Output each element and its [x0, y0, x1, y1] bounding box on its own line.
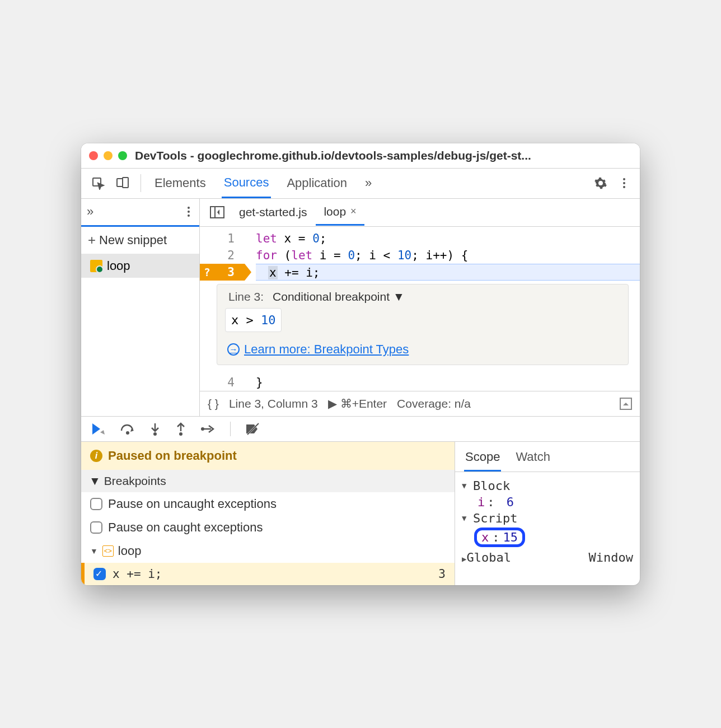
cursor-position: Line 3, Column 3	[229, 397, 318, 410]
breakpoint-file-name: loop	[118, 544, 142, 558]
breakpoints-section-header[interactable]: ▼ Breakpoints	[81, 470, 455, 492]
scope-panel: Scope Watch ▼Block i: 6 ▼Script x:15 ▶Gl…	[455, 442, 640, 585]
file-tab-loop[interactable]: loop ×	[316, 199, 364, 226]
settings-icon[interactable]	[588, 173, 613, 193]
navigator-panel: » + New snippet loop	[81, 199, 200, 416]
scope-global-row[interactable]: ▶Global Window	[462, 548, 633, 567]
debug-panels: i Paused on breakpoint ▼ Breakpoints Pau…	[81, 442, 640, 585]
pause-caught-label: Pause on caught exceptions	[108, 520, 263, 535]
learn-more-text: Learn more: Breakpoint Types	[244, 342, 409, 357]
svg-point-7	[188, 211, 190, 213]
pretty-print-button[interactable]: { }	[208, 397, 219, 410]
svg-point-14	[179, 432, 182, 436]
checkbox-checked[interactable]	[93, 568, 106, 580]
paused-message: Paused on breakpoint	[108, 449, 237, 463]
code-editor-continued: 4 }	[200, 371, 640, 391]
coverage-label: Coverage: n/a	[397, 397, 471, 410]
editor-panel: get-started.js loop × 1 2 ? 3 let x	[200, 199, 640, 416]
snippet-item-loop[interactable]: loop	[81, 254, 199, 278]
code-line: for (let i = 0; i < 10; i++) {	[256, 247, 640, 264]
svg-point-13	[153, 432, 157, 436]
tab-sources[interactable]: Sources	[222, 169, 271, 198]
step-over-button[interactable]	[118, 422, 137, 436]
panel-tabs: Elements Sources Application »	[152, 169, 588, 198]
file-tab-get-started[interactable]: get-started.js	[231, 200, 315, 225]
run-snippet-button[interactable]: ▶ ⌘+Enter	[328, 397, 387, 410]
checkbox-unchecked[interactable]	[90, 521, 102, 534]
main-toolbar: Elements Sources Application »	[81, 169, 640, 199]
line-number[interactable]: 1	[200, 230, 245, 247]
svg-rect-2	[123, 178, 128, 188]
resume-button[interactable]	[89, 421, 108, 437]
separator	[141, 174, 141, 192]
code-editor[interactable]: 1 2 ? 3 let x = 0; for (let i = 0; i < 1…	[200, 227, 640, 281]
breakpoint-line-number: 3	[438, 567, 446, 581]
condition-row: x > 10	[225, 308, 620, 342]
scope-script-header[interactable]: ▼Script	[462, 510, 633, 526]
line-number[interactable]: 4	[200, 374, 245, 391]
svg-point-4	[623, 182, 625, 184]
code-content: }	[245, 371, 640, 391]
maximize-window-button[interactable]	[118, 151, 127, 160]
breakpoint-marker[interactable]: ? 3	[200, 264, 245, 281]
tab-application[interactable]: Application	[284, 169, 349, 197]
svg-point-8	[188, 214, 190, 217]
close-tab-icon[interactable]: ×	[350, 206, 357, 217]
navigator-toggle-icon[interactable]	[204, 203, 230, 222]
window-title: DevTools - googlechrome.github.io/devtoo…	[135, 149, 531, 162]
line-gutter: 1 2 ? 3	[200, 227, 245, 281]
checkbox-unchecked[interactable]	[90, 498, 102, 510]
tab-watch[interactable]: Watch	[514, 446, 551, 472]
close-window-button[interactable]	[89, 151, 98, 160]
pause-uncaught-label: Pause on uncaught exceptions	[108, 497, 277, 511]
scope-tabs: Scope Watch	[455, 442, 640, 472]
scope-var-x: x:15	[462, 526, 633, 548]
plus-icon: +	[88, 232, 96, 248]
breakpoint-editor-popup: Line 3: Conditional breakpoint ▼ x > 10 …	[217, 284, 629, 365]
tab-scope[interactable]: Scope	[464, 446, 501, 472]
scope-global-value: Window	[589, 550, 633, 564]
more-tabs-icon[interactable]: »	[363, 169, 374, 197]
scope-var-i: i: 6	[462, 494, 633, 510]
minimize-window-button[interactable]	[104, 151, 113, 160]
learn-more-link[interactable]: → Learn more: Breakpoint Types	[225, 342, 620, 357]
breakpoint-code: x += i;	[113, 567, 162, 581]
new-snippet-button[interactable]: + New snippet	[81, 227, 199, 254]
pause-uncaught-row[interactable]: Pause on uncaught exceptions	[81, 492, 455, 516]
new-snippet-label: New snippet	[99, 233, 167, 248]
breakpoint-file-row[interactable]: ▼ <> loop	[81, 539, 455, 563]
editor-statusbar: { } Line 3, Column 3 ▶ ⌘+Enter Coverage:…	[200, 391, 640, 416]
deactivate-breakpoints-button[interactable]	[243, 421, 262, 437]
arrow-circle-icon: →	[227, 343, 240, 356]
svg-point-3	[623, 178, 625, 180]
breakpoint-entry[interactable]: x += i; 3	[81, 563, 455, 585]
step-out-button[interactable]	[173, 421, 189, 437]
breakpoint-type-dropdown[interactable]: Conditional breakpoint ▼	[273, 290, 405, 304]
breakpoint-line-label: Line 3:	[228, 290, 264, 304]
code-content: let x = 0; for (let i = 0; i < 10; i++) …	[245, 227, 640, 281]
device-toggle-icon[interactable]	[110, 173, 136, 193]
line-number[interactable]: 2	[200, 247, 245, 264]
condition-highlight: x > 10	[225, 313, 282, 327]
svg-point-6	[188, 207, 190, 209]
breakpoints-label: Breakpoints	[104, 474, 166, 488]
sources-main: » + New snippet loop get-started	[81, 199, 640, 417]
snippet-name: loop	[107, 259, 130, 273]
inspect-element-icon[interactable]	[86, 173, 110, 193]
condition-input[interactable]: x > 10	[225, 308, 282, 332]
pause-caught-row[interactable]: Pause on caught exceptions	[81, 516, 455, 539]
navigator-more-icon[interactable]: »	[87, 204, 93, 219]
kebab-menu-icon[interactable]	[613, 173, 635, 193]
traffic-lights	[89, 151, 127, 160]
navigator-kebab-icon[interactable]	[184, 206, 194, 218]
devtools-window: DevTools - googlechrome.github.io/devtoo…	[81, 143, 640, 585]
line-number: 3	[227, 265, 235, 279]
expand-icon: ▼	[90, 547, 98, 556]
tab-elements[interactable]: Elements	[152, 169, 208, 197]
step-into-button[interactable]	[147, 421, 163, 437]
scope-block-header[interactable]: ▼Block	[462, 478, 633, 494]
code-line: let x = 0;	[256, 230, 640, 247]
show-console-icon[interactable]	[620, 398, 632, 410]
debug-left-panel: i Paused on breakpoint ▼ Breakpoints Pau…	[81, 442, 455, 585]
step-button[interactable]	[199, 422, 218, 436]
